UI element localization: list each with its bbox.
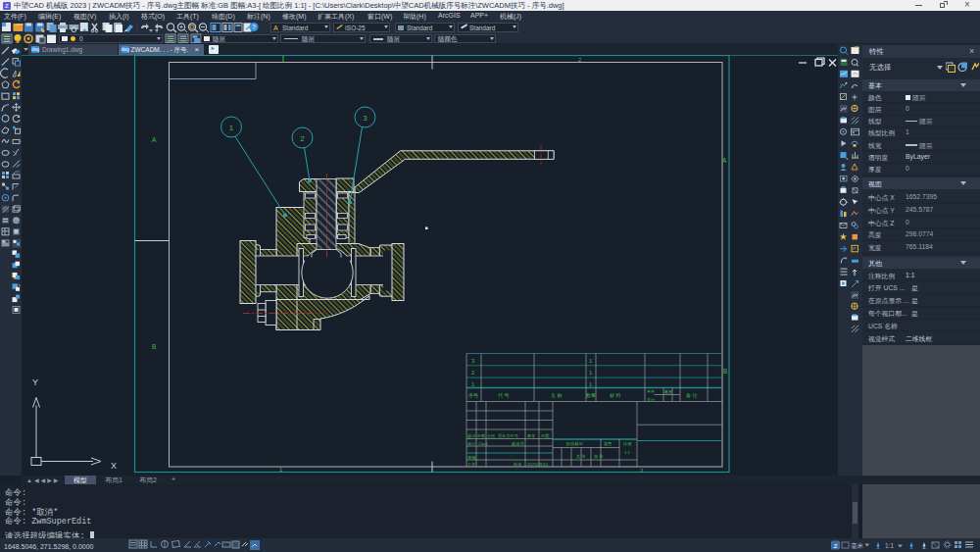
svg-text:B: B xyxy=(723,367,727,374)
svg-text:第 张: 第 张 xyxy=(594,453,604,458)
svg-text:名 称: 名 称 xyxy=(551,391,562,397)
svg-text:标记: 标记 xyxy=(467,432,476,438)
svg-text:日期: 日期 xyxy=(541,432,549,437)
svg-text:1:1: 1:1 xyxy=(885,542,894,549)
svg-text:?: ? xyxy=(252,24,256,30)
svg-text:总计: 总计 xyxy=(646,396,655,401)
svg-text:数量: 数量 xyxy=(586,391,596,397)
svg-text:2: 2 xyxy=(300,133,305,142)
svg-text:更改文件号: 更改文件号 xyxy=(498,432,519,437)
svg-text:共 张: 共 张 xyxy=(576,453,586,458)
svg-text:A: A xyxy=(152,135,157,142)
svg-text:审核: 审核 xyxy=(467,454,476,459)
svg-text:1: 1 xyxy=(589,380,593,386)
svg-text:重量: 重量 xyxy=(604,440,612,445)
svg-text:比例: 比例 xyxy=(623,440,631,446)
svg-text:毫米: 毫米 xyxy=(851,542,864,549)
svg-text:X: X xyxy=(111,460,117,470)
svg-text:重量: 重量 xyxy=(663,388,672,393)
svg-text:1: 1 xyxy=(589,369,593,375)
svg-text:批准: 批准 xyxy=(513,461,522,466)
svg-text:B: B xyxy=(152,342,156,349)
svg-text:3: 3 xyxy=(363,113,368,122)
svg-text:1: 1 xyxy=(589,357,593,363)
svg-text:标准化: 标准化 xyxy=(512,440,524,446)
svg-text:1: 1 xyxy=(229,123,234,131)
svg-text:Z: Z xyxy=(834,543,838,549)
svg-text:1:1: 1:1 xyxy=(624,449,630,454)
svg-text:Y: Y xyxy=(32,376,38,386)
svg-text:分区: 分区 xyxy=(487,432,496,437)
svg-text:备 注: 备 注 xyxy=(686,391,697,397)
svg-text:工艺: 工艺 xyxy=(466,461,476,466)
svg-text:2: 2 xyxy=(471,369,475,375)
svg-text:2021/09/10: 2021/09/10 xyxy=(527,461,549,466)
svg-text:Clark: Clark xyxy=(478,440,489,445)
svg-text:阶段标记: 阶段标记 xyxy=(566,440,584,446)
svg-text:1: 1 xyxy=(471,380,475,386)
svg-text:单件: 单件 xyxy=(647,388,655,393)
svg-text:设计: 设计 xyxy=(467,440,476,445)
svg-text:3: 3 xyxy=(471,357,475,363)
svg-text:2: 2 xyxy=(578,56,582,62)
svg-text:A: A xyxy=(722,156,727,163)
svg-text:序号: 序号 xyxy=(468,391,478,398)
svg-text:材 料: 材 料 xyxy=(609,391,620,398)
svg-text:处数: 处数 xyxy=(477,432,486,437)
svg-text:代 号: 代 号 xyxy=(498,391,509,397)
svg-text:签名: 签名 xyxy=(527,432,535,437)
